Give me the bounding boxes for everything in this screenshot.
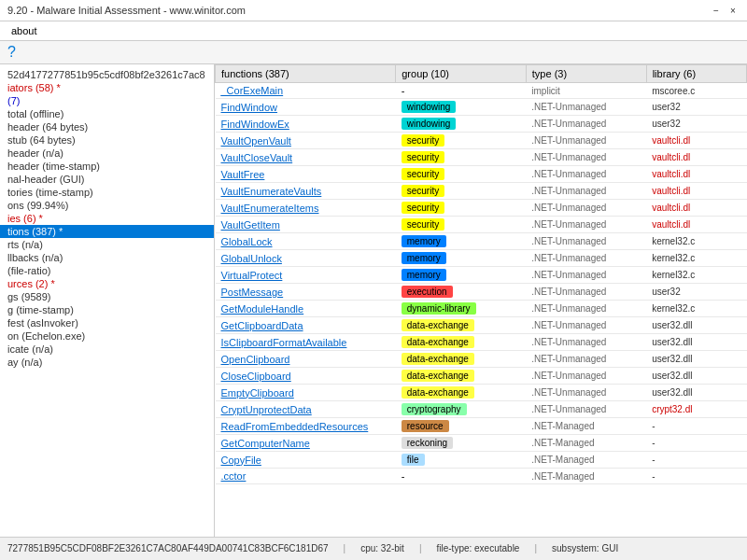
table-row: VaultFreesecurity.NET-Unmanagedvaultcli.…: [216, 166, 747, 183]
function-name[interactable]: _CorExeMain: [216, 83, 396, 99]
close-button[interactable]: ×: [726, 4, 740, 17]
menu-about[interactable]: about: [7, 23, 41, 38]
left-panel-item[interactable]: ies (6) *: [0, 212, 214, 225]
function-name[interactable]: FindWindow: [216, 99, 396, 116]
function-type: .NET-Managed: [526, 418, 646, 435]
table-header: library (6): [646, 65, 746, 83]
status-sep2: |: [419, 543, 422, 553]
left-panel-item[interactable]: fest (asInvoker): [0, 316, 214, 329]
function-group: data-exchange: [396, 351, 527, 368]
function-group: security: [396, 133, 527, 149]
function-library: crypt32.dl: [646, 401, 746, 418]
left-panel-item[interactable]: (file-ratio): [0, 264, 214, 277]
left-panel-item[interactable]: stub (64 bytes): [0, 133, 214, 147]
left-panel-item[interactable]: total (offline): [0, 107, 214, 120]
function-name[interactable]: IsClipboardFormatAvailable: [216, 334, 396, 351]
table-row: GetComputerNamereckoning.NET-Managed-: [216, 435, 747, 452]
left-panel-item[interactable]: on (Echelon.exe): [0, 329, 214, 343]
function-group: cryptography: [396, 401, 527, 418]
function-group: security: [396, 166, 527, 183]
left-panel-item[interactable]: (7): [0, 94, 214, 107]
function-name[interactable]: OpenClipboard: [216, 351, 396, 368]
function-library: user32.dll: [646, 334, 746, 351]
left-panel-item[interactable]: nal-header (GUI): [0, 173, 214, 186]
left-panel-item[interactable]: g (time-stamp): [0, 303, 214, 316]
left-panel-item[interactable]: 52d4177277851b95c5cdf08bf2e3261c7ac8: [0, 68, 214, 81]
function-library: kernel32.c: [646, 233, 746, 250]
left-panel-item[interactable]: iators (58) *: [0, 81, 214, 94]
function-name[interactable]: CloseClipboard: [216, 368, 396, 385]
function-group: data-exchange: [396, 317, 527, 334]
function-library: kernel32.c: [646, 267, 746, 284]
table-row: CryptUnprotectDatacryptography.NET-Unman…: [216, 401, 747, 418]
left-panel-item[interactable]: header (n/a): [0, 147, 214, 160]
function-library: mscoree.c: [646, 83, 746, 99]
function-name[interactable]: CryptUnprotectData: [216, 401, 396, 418]
function-library: vaultcli.dl: [646, 217, 746, 233]
function-name[interactable]: PostMessage: [216, 284, 396, 301]
left-panel-item[interactable]: tories (time-stamp): [0, 186, 214, 199]
function-type: .NET-Unmanaged: [526, 233, 646, 250]
table-row: VaultEnumerateVaultssecurity.NET-Unmanag…: [216, 183, 747, 200]
functions-table: functions (387)group (10)type (3)library…: [215, 64, 747, 484]
function-type: .NET-Unmanaged: [526, 284, 646, 301]
function-library: user32: [646, 116, 746, 133]
function-group: windowing: [396, 99, 527, 116]
function-name[interactable]: CopyFile: [216, 452, 396, 469]
function-name[interactable]: GetClipboardData: [216, 317, 396, 334]
function-name[interactable]: .cctor: [216, 469, 396, 484]
function-group: windowing: [396, 116, 527, 133]
table-row: EmptyClipboarddata-exchange.NET-Unmanage…: [216, 385, 747, 401]
function-group: -: [396, 469, 527, 484]
left-panel-item[interactable]: llbacks (n/a): [0, 251, 214, 264]
left-panel-item[interactable]: header (64 bytes): [0, 120, 214, 133]
left-panel: 52d4177277851b95c5cdf08bf2e3261c7ac8iato…: [0, 64, 215, 537]
left-panel-item[interactable]: header (time-stamp): [0, 160, 214, 173]
function-group: security: [396, 149, 527, 166]
function-name[interactable]: GetModuleHandle: [216, 301, 396, 317]
function-name[interactable]: EmptyClipboard: [216, 385, 396, 401]
function-name[interactable]: VaultCloseVault: [216, 149, 396, 166]
function-library: -: [646, 469, 746, 484]
function-name[interactable]: GlobalUnlock: [216, 250, 396, 267]
function-library: user32: [646, 284, 746, 301]
function-type: .NET-Unmanaged: [526, 267, 646, 284]
right-panel: functions (387)group (10)type (3)library…: [215, 64, 747, 537]
function-library: kernel32.c: [646, 250, 746, 267]
function-type: .NET-Managed: [526, 469, 646, 484]
function-group: resource: [396, 418, 527, 435]
function-library: vaultcli.dl: [646, 133, 746, 149]
left-panel-item[interactable]: urces (2) *: [0, 277, 214, 290]
status-cpu: cpu: 32-bit: [360, 543, 404, 553]
left-panel-item[interactable]: ay (n/a): [0, 356, 214, 369]
left-panel-item[interactable]: gs (9589): [0, 290, 214, 303]
function-library: user32.dll: [646, 368, 746, 385]
function-name[interactable]: GlobalLock: [216, 233, 396, 250]
function-type: .NET-Unmanaged: [526, 368, 646, 385]
function-name[interactable]: GetComputerName: [216, 435, 396, 452]
function-group: execution: [396, 284, 527, 301]
function-name[interactable]: VirtualProtect: [216, 267, 396, 284]
function-name[interactable]: VaultFree: [216, 166, 396, 183]
function-group: memory: [396, 233, 527, 250]
function-name[interactable]: VaultEnumerateItems: [216, 200, 396, 217]
left-panel-item[interactable]: rts (n/a): [0, 238, 214, 251]
left-panel-item[interactable]: ons (99.94%): [0, 199, 214, 212]
function-name[interactable]: VaultGetItem: [216, 217, 396, 233]
left-panel-item[interactable]: icate (n/a): [0, 343, 214, 356]
table-row: ReadFromEmbeddedResourcesresource.NET-Ma…: [216, 418, 747, 435]
function-group: data-exchange: [396, 368, 527, 385]
main-content: 52d4177277851b95c5cdf08bf2e3261c7ac8iato…: [0, 64, 747, 537]
function-type: .NET-Unmanaged: [526, 250, 646, 267]
function-name[interactable]: FindWindowEx: [216, 116, 396, 133]
table-row: VirtualProtectmemory.NET-Unmanagedkernel…: [216, 267, 747, 284]
table-row: IsClipboardFormatAvailabledata-exchange.…: [216, 334, 747, 351]
function-name[interactable]: VaultEnumerateVaults: [216, 183, 396, 200]
function-name[interactable]: VaultOpenVault: [216, 133, 396, 149]
left-panel-item[interactable]: tions (387) *: [0, 225, 214, 238]
function-name[interactable]: ReadFromEmbeddedResources: [216, 418, 396, 435]
table-row: GlobalUnlockmemory.NET-Unmanagedkernel32…: [216, 250, 747, 267]
help-icon[interactable]: ?: [7, 44, 16, 61]
minimize-button[interactable]: −: [710, 4, 723, 17]
toolbar: ?: [0, 41, 747, 64]
